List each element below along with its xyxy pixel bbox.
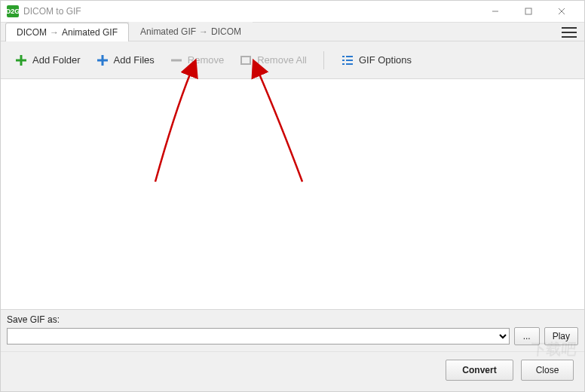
add-files-button[interactable]: Add Files bbox=[90, 49, 161, 72]
close-icon bbox=[558, 8, 565, 15]
minus-icon bbox=[170, 54, 183, 67]
gif-options-button[interactable]: GIF Options bbox=[335, 49, 418, 72]
tab-from: DICOM bbox=[17, 27, 47, 38]
plus-icon bbox=[96, 54, 109, 67]
add-files-label: Add Files bbox=[114, 54, 155, 66]
toolbar: Add Folder Add Files Remove Remove All G… bbox=[1, 41, 584, 79]
maximize-button[interactable] bbox=[512, 1, 545, 22]
svg-rect-14 bbox=[342, 63, 345, 65]
separator bbox=[323, 51, 324, 69]
minimize-icon bbox=[492, 8, 499, 15]
hamburger-icon bbox=[562, 36, 577, 38]
tab-dicom-to-gif[interactable]: DICOM → Animated GIF bbox=[5, 23, 129, 41]
window-title: DICOM to GIF bbox=[23, 6, 81, 17]
svg-rect-9 bbox=[241, 57, 250, 64]
gif-options-label: GIF Options bbox=[359, 54, 412, 66]
svg-rect-1 bbox=[525, 8, 531, 14]
add-folder-button[interactable]: Add Folder bbox=[8, 49, 87, 72]
add-folder-label: Add Folder bbox=[32, 54, 81, 66]
remove-label: Remove bbox=[188, 54, 224, 66]
svg-rect-11 bbox=[346, 56, 353, 57]
svg-rect-15 bbox=[346, 63, 353, 65]
tab-from: Animated GIF bbox=[140, 26, 196, 37]
app-icon: D2G bbox=[7, 5, 19, 17]
browse-button[interactable]: ... bbox=[514, 327, 540, 345]
svg-rect-10 bbox=[342, 56, 345, 57]
tab-gif-to-dicom[interactable]: Animated GIF → DICOM bbox=[129, 22, 253, 41]
file-list-area bbox=[1, 79, 584, 308]
remove-button[interactable]: Remove bbox=[164, 49, 230, 72]
save-as-label: Save GIF as: bbox=[7, 314, 578, 325]
hamburger-icon bbox=[562, 32, 577, 33]
close-window-button[interactable] bbox=[545, 1, 578, 22]
svg-rect-12 bbox=[342, 60, 345, 61]
convert-button[interactable]: Convert bbox=[446, 360, 513, 381]
minimize-button[interactable] bbox=[479, 1, 512, 22]
save-path-field[interactable] bbox=[7, 328, 510, 345]
arrow-icon: → bbox=[199, 26, 208, 37]
tab-to: DICOM bbox=[211, 26, 241, 37]
hamburger-icon bbox=[562, 27, 577, 29]
titlebar: D2G DICOM to GIF bbox=[1, 1, 584, 22]
bottom-panel: Save GIF as: ... Play Convert Close bbox=[1, 309, 584, 391]
arrow-icon: → bbox=[50, 27, 59, 38]
maximize-icon bbox=[525, 8, 532, 15]
remove-all-button[interactable]: Remove All bbox=[233, 49, 313, 72]
play-button[interactable]: Play bbox=[544, 327, 578, 345]
menu-button[interactable] bbox=[562, 26, 577, 39]
remove-all-label: Remove All bbox=[257, 54, 307, 66]
svg-rect-13 bbox=[346, 60, 353, 61]
plus-icon bbox=[14, 54, 28, 67]
tabstrip: DICOM → Animated GIF Animated GIF → DICO… bbox=[1, 22, 584, 41]
list-icon bbox=[341, 54, 354, 67]
square-icon bbox=[239, 54, 253, 67]
tab-to: Animated GIF bbox=[62, 27, 118, 38]
close-button[interactable]: Close bbox=[521, 360, 574, 381]
